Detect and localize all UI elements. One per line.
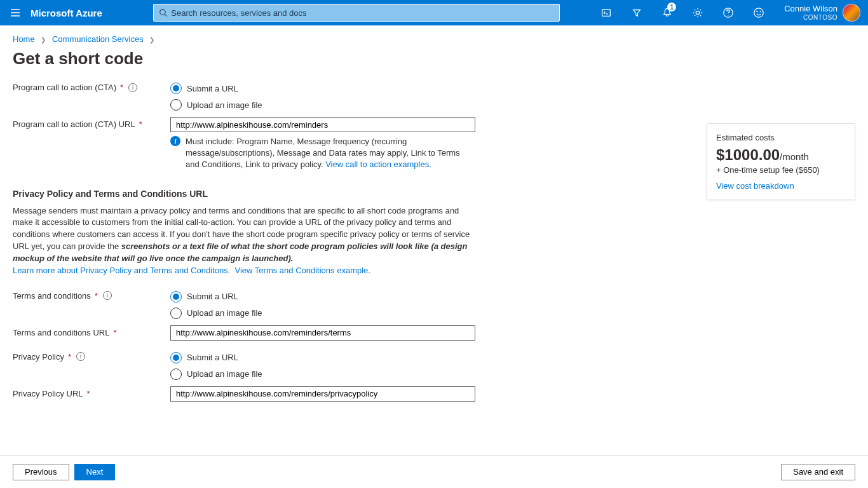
- svg-point-2: [696, 11, 699, 14]
- radio-icon: [170, 83, 182, 94]
- notification-badge: 1: [667, 3, 676, 11]
- radio-label: Upload an image file: [187, 369, 262, 379]
- filter-icon: [631, 7, 642, 18]
- cta-label: Program call to action (CTA): [13, 83, 116, 92]
- settings-button[interactable]: [682, 0, 713, 25]
- save-exit-button[interactable]: Save and exit: [781, 464, 855, 480]
- user-name: Connie Wilson: [784, 4, 837, 14]
- required-marker: *: [120, 83, 123, 92]
- top-icon-group: 1: [591, 0, 774, 25]
- cta-radio-submit-url[interactable]: Submit a URL: [170, 80, 475, 97]
- info-icon[interactable]: i: [76, 352, 85, 361]
- info-icon: i: [170, 136, 180, 146]
- next-button[interactable]: Next: [74, 464, 116, 480]
- search-input[interactable]: [171, 8, 553, 18]
- cta-url-label: Program call to action (CTA) URL: [13, 119, 135, 129]
- form-content: Program call to action (CTA) * i Submit …: [0, 80, 868, 460]
- smile-icon: [753, 7, 764, 18]
- required-marker: *: [113, 328, 116, 337]
- chevron-right-icon: ❯: [41, 36, 46, 43]
- user-menu[interactable]: Connie Wilson CONTOSO: [774, 4, 868, 22]
- search-icon: [159, 8, 168, 17]
- privacy-policy-label: Privacy Policy: [13, 352, 64, 362]
- page-title: Get a short code: [0, 46, 868, 80]
- user-org: CONTOSO: [784, 14, 837, 22]
- radio-icon: [170, 291, 182, 302]
- breadcrumb-comm-services[interactable]: Communication Services: [52, 34, 144, 44]
- brand-label: Microsoft Azure: [31, 8, 153, 18]
- breadcrumb: Home ❯ Communication Services ❯: [0, 25, 868, 46]
- breadcrumb-home[interactable]: Home: [13, 34, 35, 44]
- gear-icon: [692, 7, 703, 18]
- svg-point-4: [754, 8, 763, 17]
- radio-label: Submit a URL: [187, 292, 238, 301]
- privacy-radio-submit-url[interactable]: Submit a URL: [170, 349, 475, 366]
- info-icon[interactable]: i: [103, 291, 112, 300]
- svg-point-0: [159, 10, 165, 15]
- privacy-url-input[interactable]: [170, 386, 475, 402]
- required-marker: *: [87, 389, 90, 398]
- cta-examples-link[interactable]: View call to action examples.: [325, 159, 431, 169]
- cloud-shell-button[interactable]: [591, 0, 621, 25]
- previous-button[interactable]: Previous: [13, 464, 69, 480]
- terms-example-link[interactable]: View Terms and Conditions example.: [235, 266, 370, 275]
- terms-url-input[interactable]: [170, 325, 475, 341]
- footer-bar: Previous Next Save and exit: [0, 455, 868, 488]
- svg-rect-1: [602, 10, 611, 17]
- terms-radio-submit-url[interactable]: Submit a URL: [170, 288, 475, 305]
- privacy-url-label: Privacy Policy URL: [13, 389, 83, 398]
- required-marker: *: [95, 291, 98, 301]
- help-icon: [722, 7, 734, 18]
- privacy-section-text: Message senders must maintain a privacy …: [13, 205, 470, 277]
- terms-url-label: Terms and conditions URL: [13, 328, 109, 337]
- notifications-button[interactable]: 1: [652, 0, 682, 25]
- cta-radio-upload[interactable]: Upload an image file: [170, 97, 475, 113]
- directory-filter-button[interactable]: [621, 0, 652, 25]
- avatar: [843, 4, 860, 22]
- privacy-radio-upload[interactable]: Upload an image file: [170, 366, 475, 383]
- privacy-section-heading: Privacy Policy and Terms and Conditions …: [13, 189, 855, 199]
- feedback-button[interactable]: [743, 0, 774, 25]
- cta-url-input[interactable]: [170, 117, 475, 132]
- hamburger-menu[interactable]: [0, 0, 31, 25]
- privacy-learn-more-link[interactable]: Learn more about Privacy Policy and Term…: [13, 266, 230, 275]
- radio-label: Submit a URL: [187, 84, 238, 93]
- required-marker: *: [139, 119, 142, 129]
- radio-icon: [170, 369, 182, 380]
- radio-label: Upload an image file: [187, 308, 262, 318]
- info-icon[interactable]: i: [128, 83, 137, 92]
- radio-icon: [170, 352, 182, 363]
- radio-label: Upload an image file: [187, 100, 262, 110]
- cta-info-text: Must include: Program Name, Message freq…: [186, 136, 475, 171]
- terms-radio-upload[interactable]: Upload an image file: [170, 305, 475, 322]
- chevron-right-icon: ❯: [149, 36, 154, 43]
- radio-icon: [170, 99, 182, 111]
- svg-point-6: [760, 11, 761, 12]
- help-button[interactable]: [713, 0, 743, 25]
- radio-label: Submit a URL: [187, 353, 238, 362]
- top-bar: Microsoft Azure 1 Connie Wilson CONTOSO: [0, 0, 868, 25]
- radio-icon: [170, 308, 182, 319]
- hamburger-icon: [10, 7, 21, 18]
- required-marker: *: [68, 352, 71, 362]
- cloud-shell-icon: [600, 7, 612, 18]
- svg-point-5: [757, 11, 757, 12]
- global-search[interactable]: [153, 4, 560, 22]
- terms-label: Terms and conditions: [13, 291, 91, 301]
